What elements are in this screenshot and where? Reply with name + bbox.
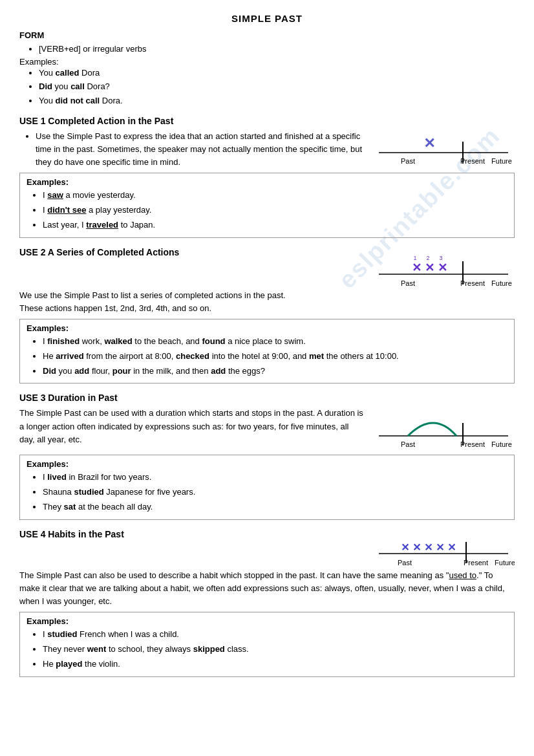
use2-ex3: Did you add flour, pour in the milk, and… [43,365,507,378]
svg-text:✕: ✕ [436,542,444,553]
use1-text: Use the Simple Past to express the idea … [19,130,366,169]
use3-examples-label: Examples: [27,459,507,469]
svg-text:1: 1 [413,255,416,261]
use4-ex1: I studied French when I was a child. [43,628,507,642]
svg-text:✕: ✕ [438,261,447,274]
svg-text:Past: Past [401,440,415,448]
svg-text:Past: Past [401,279,415,287]
svg-text:3: 3 [439,255,442,261]
use1-examples-box: Examples: I saw a movie yesterday. I did… [19,173,515,237]
form-list: [VERB+ed] or irregular verbs [39,43,515,56]
use4-diagram: ✕ ✕ ✕ ✕ ✕ Past Present Future [372,529,515,569]
use3-ex3: They sat at the beach all day. [43,501,507,514]
form-example-1: You called Dora [39,67,515,80]
use3-title: USE 3 Duration in Past [19,393,515,403]
use2-ex1: I finished work, walked to the beach, an… [43,335,507,349]
svg-text:✕: ✕ [412,261,422,274]
svg-text:Present: Present [464,559,488,567]
use2-title: USE 2 A Series of Completed Actions [19,247,366,257]
use2-ex2: He arrived from the airport at 8:00, che… [43,350,507,363]
use4-examples-list: I studied French when I was a child. The… [43,628,507,671]
use4-section: USE 4 Habits in the Past ✕ ✕ ✕ ✕ ✕ Past … [19,529,515,677]
page-title: SIMPLE PAST [19,13,515,24]
form-section: FORM [VERB+ed] or irregular verbs Exampl… [19,30,515,107]
use1-diagram: ✕ Past Present Future [372,130,515,169]
svg-text:✕: ✕ [423,135,435,151]
svg-text:✕: ✕ [425,261,434,274]
use1-ex3: Last year, I traveled to Japan. [43,219,507,232]
use1-title: USE 1 Completed Action in the Past [19,116,515,126]
form-examples-label: Examples: [19,57,515,67]
use1-examples-label: Examples: [27,177,507,187]
svg-text:Future: Future [491,157,512,165]
svg-text:Present: Present [460,279,485,287]
use3-diagram: Past Present Future [372,407,515,451]
use4-examples-box: Examples: I studied French when I was a … [19,612,515,676]
use1-ex2: I didn't see a play yesterday. [43,204,507,217]
use1-section: USE 1 Completed Action in the Past Use t… [19,116,515,238]
svg-text:2: 2 [426,255,429,261]
svg-text:Future: Future [491,279,512,287]
use3-ex2: Shauna studied Japanese for five years. [43,486,507,499]
use1-examples-list: I saw a movie yesterday. I didn't see a … [43,189,507,232]
form-heading: FORM [19,30,515,40]
use4-ex2: They never went to school, they always s… [43,643,507,656]
form-examples-list: You called Dora Did you call Dora? You d… [39,67,515,107]
use4-title: USE 4 Habits in the Past [19,529,366,539]
svg-text:Present: Present [460,440,485,448]
svg-text:Future: Future [491,440,512,448]
use2-examples-box: Examples: I finished work, walked to the… [19,319,515,383]
use4-ex3: He played the violin. [43,658,507,671]
use1-content: Use the Simple Past to express the idea … [19,130,515,169]
svg-text:✕: ✕ [401,542,409,553]
svg-text:✕: ✕ [447,542,456,553]
use3-text: The Simple Past can be used with a durat… [19,407,366,446]
use2-section: USE 2 A Series of Completed Actions ✕ ✕ … [19,247,515,384]
use3-examples-box: Examples: I lived in Brazil for two year… [19,455,515,519]
svg-text:✕: ✕ [424,542,433,553]
form-example-2: Did you call Dora? [39,80,515,93]
use3-section: USE 3 Duration in Past The Simple Past c… [19,393,515,519]
use3-examples-list: I lived in Brazil for two years. Shauna … [43,471,507,513]
use4-description: The Simple Past can also be used to desc… [19,569,515,608]
use2-examples-list: I finished work, walked to the beach, an… [43,335,507,378]
form-example-3: You did not call Dora. [39,94,515,107]
use2-examples-label: Examples: [27,323,507,333]
form-item: [VERB+ed] or irregular verbs [39,43,515,56]
use3-content: The Simple Past can be used with a durat… [19,407,515,451]
use2-intro: We use the Simple Past to list a series … [19,289,515,315]
svg-text:✕: ✕ [412,542,421,553]
use1-description: Use the Simple Past to express the idea … [36,130,366,169]
use3-ex1: I lived in Brazil for two years. [43,471,507,484]
svg-text:Past: Past [398,559,412,567]
use1-ex1: I saw a movie yesterday. [43,189,507,202]
svg-text:Present: Present [460,157,485,165]
svg-text:Past: Past [401,157,415,165]
use4-examples-label: Examples: [27,616,507,626]
svg-text:Future: Future [495,559,515,567]
use2-diagram: ✕ ✕ ✕ 1 2 3 Past Present Future [372,247,515,289]
